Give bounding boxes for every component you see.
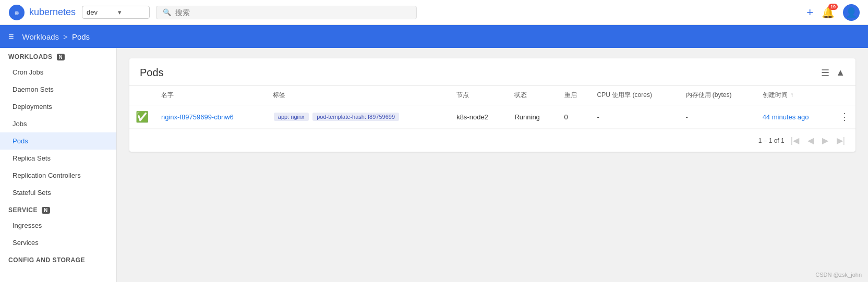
workloads-section-header: Workloads N xyxy=(0,48,116,64)
watermark: CSDN @zsk_john xyxy=(815,272,862,278)
row-created-cell: 44 minutes ago xyxy=(756,105,834,129)
col-labels: 标签 xyxy=(267,85,450,105)
sidebar-item-services[interactable]: Services xyxy=(0,234,116,251)
row-status-cell: Running xyxy=(508,105,558,129)
search-bar: 🔍 xyxy=(156,6,417,19)
col-restarts: 重启 xyxy=(558,85,591,105)
pod-name-link[interactable]: nginx-f89759699-cbnw6 xyxy=(161,113,234,121)
pods-card: Pods ☰ ▲ 名字 标签 节点 状态 重启 CPU 使用率 (cores) xyxy=(129,58,855,152)
search-icon: 🔍 xyxy=(163,8,171,16)
app-title: kubernetes xyxy=(29,7,76,18)
pods-table: 名字 标签 节点 状态 重启 CPU 使用率 (cores) 内存使用 (byt… xyxy=(129,85,855,129)
sidebar: Workloads N Cron Jobs Daemon Sets Deploy… xyxy=(0,48,117,282)
col-actions xyxy=(834,85,855,105)
account-icon: 👤 xyxy=(846,7,857,18)
pagination-summary: 1 – 1 of 1 xyxy=(758,137,785,144)
namespace-value: dev xyxy=(87,8,114,16)
col-memory: 内存使用 (bytes) xyxy=(680,85,756,105)
collapse-icon[interactable]: ▲ xyxy=(836,67,845,78)
sidebar-item-jobs[interactable]: Jobs xyxy=(0,115,116,132)
row-cpu-cell: - xyxy=(591,105,680,129)
breadcrumb-bar: ≡ Workloads > Pods xyxy=(0,25,868,48)
row-labels-cell: app: nginx pod-template-hash: f89759699 xyxy=(267,105,450,129)
dropdown-arrow-icon: ▾ xyxy=(118,8,145,16)
service-badge: N xyxy=(42,207,50,214)
sidebar-item-stateful-sets[interactable]: Stateful Sets xyxy=(0,184,116,201)
kubernetes-logo-icon: ⎈ xyxy=(8,4,25,21)
pagination-row: 1 – 1 of 1 |◀ ◀ ▶ ▶| xyxy=(129,129,855,152)
top-nav: ⎈ kubernetes dev ▾ 🔍 + 🔔 19 👤 xyxy=(0,0,868,25)
row-menu-button[interactable]: ⋮ xyxy=(840,111,849,122)
sidebar-item-replication-controllers[interactable]: Replication Controllers xyxy=(0,167,116,184)
row-status-icon-cell: ✅ xyxy=(129,105,155,129)
menu-toggle-button[interactable]: ≡ xyxy=(8,31,14,42)
main-layout: Workloads N Cron Jobs Daemon Sets Deploy… xyxy=(0,48,868,282)
config-section-header: Config and Storage xyxy=(0,251,116,267)
sidebar-item-daemon-sets[interactable]: Daemon Sets xyxy=(0,81,116,98)
add-button[interactable]: + xyxy=(806,6,813,19)
sidebar-item-replica-sets[interactable]: Replica Sets xyxy=(0,150,116,167)
col-node: 节点 xyxy=(450,85,508,105)
col-status-icon xyxy=(129,85,155,105)
service-section-header: Service N xyxy=(0,201,116,217)
sidebar-item-cron-jobs[interactable]: Cron Jobs xyxy=(0,64,116,81)
col-status: 状态 xyxy=(508,85,558,105)
card-header-actions: ☰ ▲ xyxy=(821,67,845,79)
breadcrumb-separator: > xyxy=(63,32,68,41)
row-menu-cell: ⋮ xyxy=(834,105,855,129)
pagination-first-button[interactable]: |◀ xyxy=(789,134,801,146)
status-ok-icon: ✅ xyxy=(136,111,149,122)
sidebar-item-pods[interactable]: Pods xyxy=(0,132,116,150)
table-header-row: 名字 标签 节点 状态 重启 CPU 使用率 (cores) 内存使用 (byt… xyxy=(129,85,855,105)
row-memory-cell: - xyxy=(680,105,756,129)
col-name: 名字 xyxy=(155,85,267,105)
filter-icon[interactable]: ☰ xyxy=(821,67,829,79)
logo-area: ⎈ kubernetes xyxy=(8,4,76,21)
sidebar-item-ingresses[interactable]: Ingresses xyxy=(0,217,116,234)
label-tag-0: app: nginx xyxy=(274,113,309,121)
main-content: Pods ☰ ▲ 名字 标签 节点 状态 重启 CPU 使用率 (cores) xyxy=(117,48,868,282)
breadcrumb-current: Pods xyxy=(72,32,90,41)
namespace-selector[interactable]: dev ▾ xyxy=(82,6,150,19)
created-time-link[interactable]: 44 minutes ago xyxy=(763,113,809,121)
table-row: ✅ nginx-f89759699-cbnw6 app: nginx pod-t… xyxy=(129,105,855,129)
sidebar-item-deployments[interactable]: Deployments xyxy=(0,98,116,115)
col-cpu: CPU 使用率 (cores) xyxy=(591,85,680,105)
card-title: Pods xyxy=(140,67,164,79)
label-tag-1: pod-template-hash: f89759699 xyxy=(312,113,399,121)
col-created[interactable]: 创建时间 ↑ xyxy=(756,85,834,105)
pagination-next-button[interactable]: ▶ xyxy=(820,134,830,146)
pagination-prev-button[interactable]: ◀ xyxy=(805,134,816,146)
workloads-badge: N xyxy=(57,54,65,60)
row-node-cell: k8s-node2 xyxy=(450,105,508,129)
search-input[interactable] xyxy=(175,8,410,17)
svg-text:⎈: ⎈ xyxy=(15,8,19,17)
row-name-cell: nginx-f89759699-cbnw6 xyxy=(155,105,267,129)
notifications-button[interactable]: 🔔 19 xyxy=(822,6,835,19)
nav-right: + 🔔 19 👤 xyxy=(806,4,860,21)
card-header: Pods ☰ ▲ xyxy=(129,58,855,85)
pagination-last-button[interactable]: ▶| xyxy=(835,134,847,146)
sort-icon: ↑ xyxy=(790,91,793,99)
breadcrumb-parent[interactable]: Workloads xyxy=(22,32,59,41)
notification-badge: 19 xyxy=(828,4,838,10)
user-avatar-button[interactable]: 👤 xyxy=(843,4,860,21)
row-restarts-cell: 0 xyxy=(558,105,591,129)
